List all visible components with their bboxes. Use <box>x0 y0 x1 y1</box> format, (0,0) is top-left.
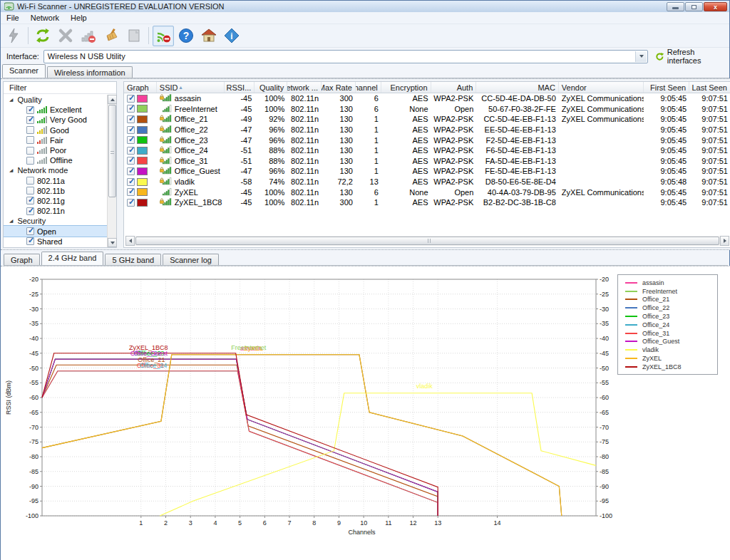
graph-checkbox[interactable] <box>127 105 135 113</box>
checkbox[interactable] <box>26 197 34 204</box>
column-header-network-[interactable]: Network ... <box>287 82 322 93</box>
combobox-dropdown-button[interactable] <box>635 51 647 62</box>
filter-item-802-11b[interactable]: 802.11b <box>4 186 107 196</box>
graph-checkbox[interactable] <box>127 188 135 196</box>
menu-item-network[interactable]: Network <box>25 13 65 23</box>
table-row-office_31[interactable]: Office_31-5188%802.11n1301AESWPA2-PSKFA-… <box>124 156 730 167</box>
column-header-graph[interactable]: Graph <box>124 82 157 93</box>
filter-item-802-11g[interactable]: 802.11g <box>4 196 107 206</box>
refresh-interfaces-button[interactable]: Refresh interfaces <box>655 48 729 65</box>
table-row-freeinternet[interactable]: FreeInternet-45100%802.11n1306NoneOpen50… <box>124 104 730 115</box>
filter-item-802-11n[interactable]: 802.11n <box>4 206 107 216</box>
tab-scanner-log[interactable]: Scanner log <box>163 254 219 265</box>
table-row-zyxel[interactable]: ZyXEL-45100%802.11n1306NoneOpen40-4A-03-… <box>124 187 730 197</box>
column-header-mac[interactable]: MAC <box>476 82 559 93</box>
graph-checkbox[interactable] <box>127 95 135 103</box>
checkbox[interactable] <box>26 207 34 215</box>
graph-checkbox[interactable] <box>127 167 135 175</box>
tab-5-ghz-band[interactable]: 5 GHz band <box>105 254 161 265</box>
scrollbar-thumb[interactable] <box>108 105 116 197</box>
table-row-office_guest[interactable]: Office_Guest-4796%802.11n1301AESWPA2-PSK… <box>124 166 730 177</box>
graph-checkbox[interactable] <box>127 136 135 144</box>
checkbox[interactable] <box>26 147 34 155</box>
filter-item-open[interactable]: Open <box>4 226 107 236</box>
column-header-auth[interactable]: Auth <box>431 82 477 93</box>
filter-item-802-11a[interactable]: 802.11a <box>4 176 107 186</box>
menu-item-file[interactable]: File <box>1 13 25 23</box>
filter-item-excellent[interactable]: Excellent <box>4 105 107 115</box>
restore-button[interactable] <box>685 2 703 11</box>
about-button[interactable]: i <box>221 26 242 46</box>
column-header-vendor[interactable]: Vendor <box>559 82 644 93</box>
scroll-right-button[interactable] <box>720 236 729 246</box>
table-row-vladik[interactable]: vladik-5874%802.11n72,213AESWPA2-PSKD8-5… <box>124 177 730 187</box>
table-row-office_24[interactable]: Office_24-5188%802.11n1301AESWPA2-PSKF6-… <box>124 145 730 156</box>
column-header-channel[interactable]: Channel <box>356 82 381 93</box>
checkbox[interactable] <box>26 227 34 235</box>
graph-checkbox[interactable] <box>127 115 135 123</box>
filter-item-offline[interactable]: Offline <box>4 155 107 165</box>
graph-checkbox[interactable] <box>127 126 135 134</box>
filter-item-very-good[interactable]: Very Good <box>4 115 107 125</box>
table-row-zyxel_1bc8[interactable]: ZyXEL_1BC8-45100%802.11n3001AESWPA2-PSKB… <box>124 197 730 208</box>
filter-item-fair[interactable]: Fair <box>4 135 107 145</box>
scroll-left-button[interactable] <box>125 236 135 246</box>
graph-checkbox[interactable] <box>127 147 135 155</box>
close-button[interactable]: x <box>704 2 727 11</box>
collapse-triangle-icon[interactable]: ◢ <box>9 219 13 224</box>
connect-button[interactable] <box>3 26 24 46</box>
column-header-first-seen[interactable]: First Seen <box>644 82 689 93</box>
remove-network-button[interactable] <box>78 26 99 46</box>
tab-graph[interactable]: Graph <box>4 254 40 265</box>
table-row-assasin[interactable]: assasin-45100%802.11n3006AESWPA2-PSKCC-5… <box>124 93 730 104</box>
filter-group-quality[interactable]: ◢Quality <box>4 95 107 105</box>
column-header-last-seen[interactable]: Last Seen <box>689 82 730 93</box>
scroll-down-button[interactable] <box>108 238 117 247</box>
checkbox[interactable] <box>26 177 34 185</box>
help-button[interactable]: ? <box>175 26 197 46</box>
tab-wireless-information[interactable]: Wireless information <box>47 66 133 78</box>
menu-item-help[interactable]: Help <box>65 13 93 23</box>
wifi-stop-icon <box>155 28 171 43</box>
table-row-office_22[interactable]: Office_22-4796%802.11n1301AESWPA2-PSKEE-… <box>124 125 730 135</box>
homepage-button[interactable] <box>198 26 220 46</box>
scrollbar-thumb[interactable] <box>135 237 719 245</box>
tab-scanner[interactable]: Scanner <box>2 64 46 78</box>
checkbox[interactable] <box>26 116 34 124</box>
checkbox[interactable] <box>26 237 34 245</box>
export-button[interactable] <box>123 26 145 46</box>
column-header-rssi-[interactable]: RSSI... <box>225 82 255 93</box>
clear-button[interactable] <box>101 26 122 46</box>
collapse-triangle-icon[interactable]: ◢ <box>9 97 13 102</box>
column-header-encryption[interactable]: Encryption <box>381 82 431 93</box>
refresh-button[interactable] <box>32 26 53 46</box>
checkbox[interactable] <box>26 136 34 144</box>
tab-2-4-ghz-band[interactable]: 2.4 GHz band <box>41 252 104 265</box>
scan-toggle-button[interactable] <box>153 26 174 46</box>
stop-button[interactable] <box>55 26 76 46</box>
filter-group-network-mode[interactable]: ◢Network mode <box>4 165 107 175</box>
title-bar[interactable]: Wi-Fi Scanner - UNREGISTERED EVALUATION … <box>1 1 729 12</box>
scroll-up-button[interactable] <box>108 95 117 104</box>
checkbox[interactable] <box>26 106 34 114</box>
table-horizontal-scrollbar[interactable] <box>125 236 729 246</box>
table-row-office_21[interactable]: Office_21-4992%802.11n1301AESWPA2-PSKCC-… <box>124 114 730 125</box>
graph-checkbox[interactable] <box>127 199 135 207</box>
column-header-quality[interactable]: Quality <box>255 82 287 93</box>
interface-combobox[interactable]: Wireless N USB Utility <box>43 50 648 63</box>
checkbox[interactable] <box>26 187 34 195</box>
checkbox[interactable] <box>26 157 34 165</box>
column-header-ssid[interactable]: SSID ▴ <box>157 82 225 93</box>
graph-checkbox[interactable] <box>127 157 135 165</box>
column-header-max-rate[interactable]: Max Rate <box>322 82 356 93</box>
filter-scrollbar[interactable] <box>107 95 116 247</box>
filter-item-poor[interactable]: Poor <box>4 145 107 155</box>
table-row-office_23[interactable]: Office_23-4796%802.11n1301AESWPA2-PSKF2-… <box>124 135 730 145</box>
checkbox[interactable] <box>26 126 34 134</box>
minimize-button[interactable] <box>667 2 684 11</box>
filter-item-shared[interactable]: Shared <box>4 237 107 247</box>
filter-item-good[interactable]: Good <box>4 125 107 135</box>
filter-group-security[interactable]: ◢Security <box>4 216 107 226</box>
collapse-triangle-icon[interactable]: ◢ <box>9 168 13 173</box>
graph-checkbox[interactable] <box>127 178 135 186</box>
